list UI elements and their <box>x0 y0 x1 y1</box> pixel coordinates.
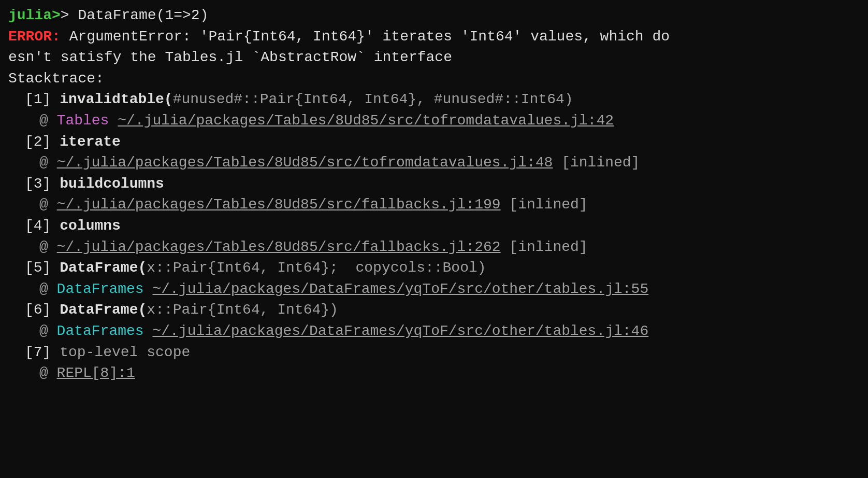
stacktrace-header: Stacktrace: <box>8 68 860 90</box>
error-line-1: ERROR: ArgumentError: 'Pair{Int64, Int64… <box>8 26 860 48</box>
julia-prompt: julia> <box>8 7 61 23</box>
frame-7-at: @ REPL[8]:1 <box>8 363 860 384</box>
frame-6-func: [6] DataFrame(x::Pair{Int64, Int64}) <box>8 300 860 321</box>
error-cont: esn't satisfy the Tables.jl `AbstractRow… <box>8 49 452 65</box>
frame-4-func: [4] columns <box>8 216 860 237</box>
frame-1-func: [1] invalidtable(#unused#::Pair{Int64, I… <box>8 89 860 110</box>
frame-3-at: @ ~/.julia/packages/Tables/8Ud85/src/fal… <box>8 194 860 216</box>
frame-5-at: @ DataFrames ~/.julia/packages/DataFrame… <box>8 279 860 300</box>
frame-4-at: @ ~/.julia/packages/Tables/8Ud85/src/fal… <box>8 237 860 258</box>
error-line-2: esn't satisfy the Tables.jl `AbstractRow… <box>8 47 860 68</box>
error-message: ArgumentError: 'Pair{Int64, Int64}' iter… <box>61 29 670 45</box>
error-label: ERROR: <box>8 29 61 45</box>
frame-2-at: @ ~/.julia/packages/Tables/8Ud85/src/tof… <box>8 152 860 174</box>
frame-7-func: [7] top-level scope <box>8 342 860 363</box>
frame-5-func: [5] DataFrame(x::Pair{Int64, Int64}; cop… <box>8 258 860 279</box>
frame-2-func: [2] iterate <box>8 132 860 153</box>
frame-6-at: @ DataFrames ~/.julia/packages/DataFrame… <box>8 321 860 342</box>
frame-1-at: @ Tables ~/.julia/packages/Tables/8Ud85/… <box>8 110 860 132</box>
prompt-line: julia>> DataFrame(1=>2) <box>8 5 860 26</box>
frame-3-func: [3] buildcolumns <box>8 174 860 195</box>
command: DataFrame(1=>2) <box>78 7 208 23</box>
terminal: julia>> DataFrame(1=>2) ERROR: ArgumentE… <box>8 5 860 384</box>
